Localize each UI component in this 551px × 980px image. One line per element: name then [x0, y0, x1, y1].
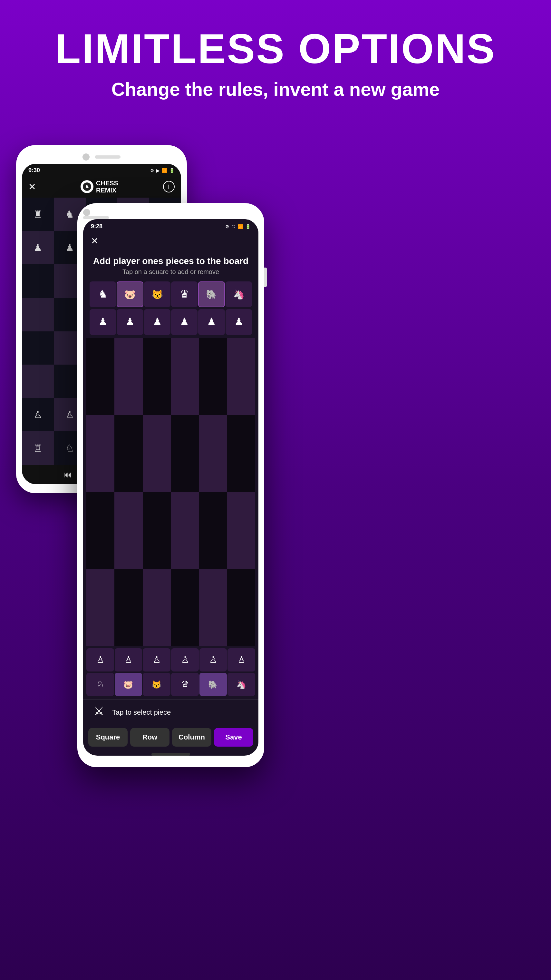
svg-text:😾: 😾 [151, 289, 163, 300]
save-button[interactable]: Save [214, 728, 253, 747]
front-cell-2-5[interactable] [227, 492, 255, 569]
front-status-bar: 9:28 ⚙ 🛡 📶 🔋 [83, 219, 259, 232]
bottom-pawn-row: ♙ ♙ ♙ ♙ ♙ ♙ [86, 648, 255, 671]
info-button-back[interactable]: i [163, 181, 175, 192]
svg-text:🦄: 🦄 [237, 680, 246, 689]
front-cell-2-4[interactable] [199, 492, 227, 569]
front-cell-3-3[interactable] [171, 569, 199, 646]
svg-text:♙: ♙ [181, 655, 189, 665]
signal-icon-front: 📶 [238, 224, 243, 229]
piece-cell-pawn-5[interactable]: ♟ [225, 309, 252, 335]
chess-board-front [86, 338, 255, 646]
chess-cell-1-0[interactable]: ♟ [22, 231, 54, 265]
bottom-pawn-1[interactable]: ♙ [115, 648, 143, 671]
dialog-content: Add player ones pieces to the board Tap … [83, 251, 259, 756]
chess-cell-3-0[interactable] [22, 298, 54, 331]
svg-text:♟: ♟ [125, 316, 135, 328]
front-cell-2-2[interactable] [143, 492, 171, 569]
piece-cell-pawn-2[interactable]: ♟ [144, 309, 170, 335]
chess-cell-2-0[interactable] [22, 264, 54, 298]
settings-icon-front: ⚙ [225, 224, 229, 229]
front-cell-2-0[interactable] [86, 492, 114, 569]
chess-cell-5-0[interactable] [22, 364, 54, 398]
close-button-back[interactable]: ✕ [29, 181, 36, 192]
bottom-crown[interactable]: ♛ [171, 673, 199, 696]
piece-selector-pawns: ♟ ♟ ♟ ♟ ♟ ♟ [86, 309, 255, 336]
close-button-front[interactable]: ✕ [91, 235, 98, 246]
chess-cell-4-0[interactable] [22, 331, 54, 365]
phone-front-screen: 9:28 ⚙ 🛡 📶 🔋 ✕ Add player ones pieces to… [83, 219, 259, 756]
front-cell-0-3[interactable] [171, 338, 199, 415]
square-button[interactable]: Square [88, 728, 128, 747]
svg-text:♞: ♞ [85, 184, 89, 189]
front-cell-1-1[interactable] [114, 415, 143, 492]
svg-text:🐘: 🐘 [208, 680, 218, 689]
svg-text:♘: ♘ [96, 679, 104, 689]
select-piece-icon: ⚔ [91, 703, 107, 722]
front-cell-0-5[interactable] [227, 338, 255, 415]
camera-dot-front [83, 209, 90, 216]
front-cell-1-5[interactable] [227, 415, 255, 492]
piece-cell-pawn-3[interactable]: ♟ [171, 309, 197, 335]
bottom-pig[interactable]: 🐷 [115, 673, 143, 696]
front-cell-0-1[interactable] [114, 338, 143, 415]
chess-cell-0-0[interactable]: ♜ [22, 197, 54, 231]
front-cell-2-3[interactable] [171, 492, 199, 569]
status-icons-front: ⚙ 🛡 📶 🔋 [225, 224, 251, 229]
bottom-horse[interactable]: ♘ [86, 673, 114, 696]
shield-icon-front: 🛡 [231, 224, 236, 229]
app-logo-text-back: CHESS REMIX [96, 180, 118, 194]
bottom-unicorn[interactable]: 🦄 [227, 673, 255, 696]
speaker-bar-front [83, 216, 109, 219]
chess-cell-7-0[interactable]: ♖ [22, 431, 54, 465]
piece-cell-pawn-4[interactable]: ♟ [198, 309, 225, 335]
bottom-pawn-2[interactable]: ♙ [143, 648, 170, 671]
front-cell-3-1[interactable] [114, 569, 143, 646]
front-cell-3-4[interactable] [199, 569, 227, 646]
chess-remix-icon: ♞ [83, 182, 92, 191]
piece-wpawn-1: ♙ [65, 409, 74, 420]
piece-knight-black: ♞ [65, 208, 74, 220]
bottom-pawn-0[interactable]: ♙ [86, 648, 114, 671]
piece-cell-pawn-1[interactable]: ♟ [117, 309, 143, 335]
front-cell-1-3[interactable] [171, 415, 199, 492]
front-cell-1-2[interactable] [143, 415, 171, 492]
front-cell-3-0[interactable] [86, 569, 114, 646]
battery-icon-front: 🔋 [245, 224, 251, 229]
front-cell-1-4[interactable] [199, 415, 227, 492]
bottom-elephant[interactable]: 🐘 [200, 673, 227, 696]
piece-cell-pig[interactable]: 🐷 [117, 282, 143, 307]
piece-cell-horse[interactable]: 🦄 [225, 282, 252, 307]
bottom-cat[interactable]: 😾 [143, 673, 170, 696]
bottom-pawn-5[interactable]: ♙ [227, 648, 255, 671]
piece-wknight: ♘ [65, 442, 74, 454]
nav-back-start[interactable]: ⏮ [64, 470, 72, 480]
svg-text:♙: ♙ [238, 655, 246, 665]
piece-cell-knight[interactable]: ♞ [90, 282, 116, 307]
bottom-pawn-3[interactable]: ♙ [171, 648, 199, 671]
svg-text:♙: ♙ [153, 655, 161, 665]
piece-cell-pawn-0[interactable]: ♟ [90, 309, 116, 335]
front-cell-0-4[interactable] [199, 338, 227, 415]
phone-front: 9:28 ⚙ 🛡 📶 🔋 ✕ Add player ones pieces to… [77, 203, 264, 767]
piece-cell-crown[interactable]: ♛ [171, 282, 197, 307]
front-cell-0-2[interactable] [143, 338, 171, 415]
svg-text:🐷: 🐷 [124, 680, 133, 689]
front-cell-2-1[interactable] [114, 492, 143, 569]
phone-front-notch [83, 209, 259, 219]
front-cell-0-0[interactable] [86, 338, 114, 415]
header-section: LIMITLESS OPTIONS Change the rules, inve… [0, 0, 551, 119]
settings-icon-back: ⚙ [150, 168, 154, 173]
camera-dot-back [83, 153, 90, 161]
front-cell-3-5[interactable] [227, 569, 255, 646]
piece-cell-elephant[interactable]: 🐘 [198, 282, 225, 307]
chess-cell-6-0[interactable]: ♙ [22, 398, 54, 432]
column-button[interactable]: Column [172, 728, 211, 747]
piece-selector-top: ♞ 🐷 😾 ♛ 🐘 🦄 [86, 280, 255, 309]
bottom-pawn-4[interactable]: ♙ [200, 648, 227, 671]
front-cell-1-0[interactable] [86, 415, 114, 492]
row-button[interactable]: Row [130, 728, 170, 747]
front-cell-3-2[interactable] [143, 569, 171, 646]
speaker-bar-back [95, 155, 121, 159]
piece-cell-cat[interactable]: 😾 [144, 282, 170, 307]
